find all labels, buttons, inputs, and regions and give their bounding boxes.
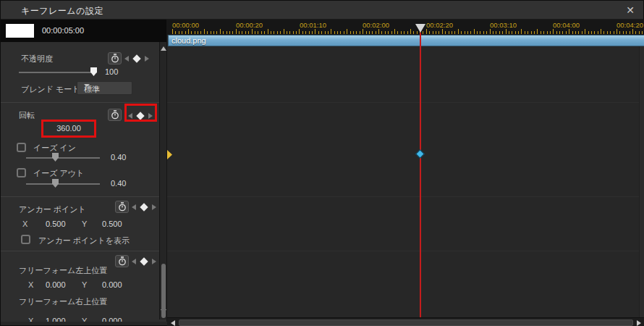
clip-duration: 00:00:05:00	[42, 26, 84, 35]
opacity-label: 不透明度	[21, 54, 53, 64]
page-title: キーフレームの設定	[21, 5, 103, 17]
anchor-y-value[interactable]: 0.500	[102, 220, 122, 228]
freeform-tl-y-label: Y	[82, 280, 87, 289]
horizontal-scrollbar-thumb[interactable]	[179, 319, 633, 326]
track-row-separator	[167, 102, 639, 103]
freeform-tl-y-value[interactable]: 0.000	[102, 280, 122, 289]
rotation-keyframe-toggle-button[interactable]	[108, 109, 122, 121]
ease-in-slider-track[interactable]	[26, 157, 100, 159]
ease-in-checkbox[interactable]	[17, 143, 26, 152]
clip-header: 00:00:05:00	[1, 20, 167, 42]
panel-scrollbar[interactable]	[159, 42, 167, 319]
timeline-horizontal-scrollbar[interactable]	[167, 317, 644, 326]
anchor-x-label: X	[22, 220, 27, 228]
next-keyframe-icon[interactable]	[152, 204, 156, 210]
ruler-label: 00:01:10	[300, 21, 326, 29]
freeform-tl-keyframe-nav	[132, 255, 156, 267]
blend-mode-dropdown[interactable]: 標準	[77, 81, 132, 95]
ruler-major-ticks	[172, 29, 644, 34]
opacity-slider-thumb[interactable]	[90, 67, 97, 76]
show-anchor-point-checkbox[interactable]	[21, 235, 30, 244]
ease-out-slider-track[interactable]	[26, 183, 100, 185]
clip-thumbnail	[6, 24, 34, 38]
add-keyframe-icon[interactable]	[140, 203, 148, 211]
opacity-keyframe-toggle-button[interactable]	[108, 52, 122, 64]
ruler-label: 00:00:00	[172, 21, 199, 29]
ruler-label: 00:00:20	[236, 21, 263, 29]
show-anchor-point-label: アンカー ポイントを表示	[38, 235, 130, 246]
ease-in-slider-thumb[interactable]	[52, 153, 59, 162]
anchor-point-label: アンカー ポイント	[19, 204, 86, 215]
add-keyframe-icon[interactable]	[132, 54, 140, 62]
stopwatch-icon	[111, 54, 119, 63]
ruler-label: 00:03:10	[490, 21, 517, 29]
properties-panel: 00:00:05:00 不透明度 100 ブレンド モード 標準 回転	[1, 20, 167, 322]
section-divider	[1, 102, 159, 103]
chevron-down-icon	[84, 84, 90, 87]
anchor-x-value[interactable]: 0.500	[46, 220, 66, 228]
anchor-keyframe-toggle-button[interactable]	[115, 201, 129, 213]
clip-track-bar[interactable]: cloud.png	[168, 35, 644, 46]
stopwatch-icon	[118, 256, 127, 266]
keyframe-timeline: 00:00:00 00:00:20 00:01:10 00:02:00 00:0…	[167, 20, 644, 326]
ruler-label: 00:02:00	[363, 21, 389, 29]
ease-in-label: イーズ イン	[33, 143, 76, 154]
scroll-right-icon[interactable]	[637, 320, 641, 326]
keyframe-settings-dialog: キーフレームの設定 ✕ 00:00:05:00 不透明度 100 ブレンド モー…	[0, 0, 644, 326]
track-row-separator	[167, 196, 639, 197]
prev-keyframe-icon[interactable]	[132, 259, 136, 264]
ease-out-checkbox[interactable]	[17, 168, 26, 177]
opacity-keyframe-nav	[124, 52, 149, 64]
prev-keyframe-icon[interactable]	[124, 56, 129, 62]
rotation-value[interactable]: 360.00	[43, 122, 94, 135]
freeform-tr-y-value[interactable]: 0.000	[102, 317, 122, 322]
freeform-tr-x-label: X	[28, 317, 33, 322]
opacity-value: 100	[105, 67, 118, 76]
ruler-label: 00:04:00	[553, 21, 580, 29]
close-icon: ✕	[626, 4, 635, 16]
annotation-box-rotation-keyframe-buttons	[124, 104, 157, 122]
clip-name: cloud.png	[171, 36, 206, 45]
add-keyframe-icon[interactable]	[140, 257, 148, 265]
ease-out-label: イーズ アウト	[33, 168, 84, 179]
scroll-up-icon[interactable]	[161, 46, 166, 51]
freeform-tr-x-value[interactable]: 1.000	[46, 317, 66, 322]
ease-out-slider-thumb[interactable]	[52, 179, 59, 188]
next-keyframe-icon[interactable]	[152, 259, 156, 264]
timeline-vertical-scrollbar[interactable]	[639, 46, 644, 317]
title-bar: キーフレームの設定 ✕	[1, 1, 643, 20]
next-keyframe-icon[interactable]	[145, 56, 149, 62]
ruler-label: 00:04:20	[617, 21, 643, 29]
freeform-tl-x-label: X	[28, 280, 33, 289]
stopwatch-icon	[111, 110, 119, 120]
track-row-separator	[167, 251, 639, 251]
ease-in-value: 0.40	[111, 153, 126, 162]
freeform-tl-x-value[interactable]: 0.000	[46, 280, 66, 289]
rotation-label: 回転	[19, 110, 35, 121]
opacity-slider-track[interactable]	[19, 72, 97, 73]
timeline-body	[167, 46, 644, 317]
freeform-tr-y-label: Y	[82, 317, 87, 322]
anchor-keyframe-nav	[132, 201, 156, 213]
freeform-tr-label: フリーフォーム右上位置	[19, 296, 107, 307]
timeline-ruler[interactable]: 00:00:00 00:00:20 00:01:10 00:02:00 00:0…	[167, 20, 644, 35]
stopwatch-icon	[118, 202, 127, 212]
anchor-y-label: Y	[82, 220, 87, 228]
panel-scrollbar-thumb[interactable]	[161, 264, 166, 318]
annotation-box-rotation-value: 360.00	[41, 120, 96, 138]
ruler-label: 00:02:20	[426, 21, 453, 29]
blend-mode-label: ブレンド モード	[21, 84, 80, 95]
ease-out-value: 0.40	[111, 179, 126, 188]
section-divider	[1, 196, 159, 197]
playhead-line	[420, 33, 421, 317]
scroll-left-icon[interactable]	[171, 320, 175, 326]
prev-keyframe-icon[interactable]	[132, 204, 136, 210]
freeform-tl-keyframe-toggle-button[interactable]	[115, 255, 129, 267]
section-divider	[1, 251, 159, 251]
freeform-tl-label: フリーフォーム左上位置	[19, 265, 107, 276]
close-button[interactable]: ✕	[623, 3, 637, 17]
